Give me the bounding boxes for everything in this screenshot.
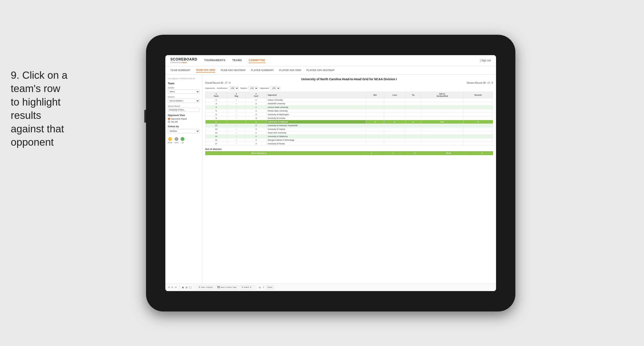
overall-record: Overall Record: 89 - 17 - 0 [205,82,231,84]
logo-sub: Powered by clippd [170,61,198,63]
nav-items: TOURNAMENTS TEAMS COMMITTEE [204,58,480,63]
tablet-side-button [144,110,146,123]
table-row[interactable]: 3-2Vanderbilt University [205,102,493,105]
cell-rounds [464,105,493,109]
cell-tie [405,131,421,134]
cell-rounds [464,134,493,138]
cell-diff [421,98,464,102]
table-row[interactable]: 17-3University of Florida [205,142,493,145]
top-100-radio[interactable] [168,121,170,123]
cell-opponent: University of Arkansas, Fayetteville [266,124,366,127]
top-100-option[interactable]: Top 100 [168,121,200,123]
cell-rounds [464,113,493,116]
table-row[interactable]: 2-1Auburn University [205,98,493,102]
undo-icon[interactable]: ↺ [168,286,170,289]
conference-filter-select[interactable]: (All) [229,86,239,90]
table-icon[interactable]: ▤ [186,286,188,289]
cell-rounds [464,109,493,113]
opponents-played-radio[interactable] [168,118,170,120]
colour-by-select[interactable]: Win/loss [168,129,200,133]
sub-nav-player-summary[interactable]: PLAYER SUMMARY [251,68,274,72]
division-select[interactable]: NCAA Division I [168,99,200,103]
table-row[interactable]: 14-1Texas Tech University [205,131,493,134]
sub-nav-team-h2h-heatmap[interactable]: TEAM H2H HEATMAP [220,68,246,72]
clock-icon[interactable]: ◯ [189,286,192,289]
cell-opponent: University of Arizona [266,116,366,120]
colour-by-title: Colour by [168,125,200,128]
cell-conf: 5 [246,120,266,124]
cell-win [366,134,384,138]
col-loss: Loss [384,92,406,98]
opponent-filter-select[interactable]: (All) [270,86,280,90]
reset-icon[interactable]: ↺ [175,286,176,289]
table-row[interactable]: 6-2Florida State University [205,109,493,113]
opponents-played-option[interactable]: Opponents Played [168,118,200,120]
cell-win [366,124,384,127]
logo-area: SCOREBOARD Powered by clippd [170,58,198,63]
out-of-division-row[interactable]: NCAA Division II 1 0 0 26.00 3 [205,151,493,155]
print-icon[interactable]: 🖨 [258,286,261,289]
cell-tie [405,127,421,131]
cell-reg: - [227,113,246,116]
table-row[interactable]: 13-3University of Virginia [205,127,493,131]
team-section-title: Team [168,82,200,85]
cell-conf: 4 [246,138,266,142]
cell-loss: 0 [384,120,406,124]
ood-loss: 0 [382,151,404,155]
cell-opponent: Auburn University [266,98,366,102]
redo-icon[interactable]: ↻ [171,286,173,289]
cell-win: 3 [366,120,384,124]
table-row[interactable]: 16-4Georgia Institute of Technology [205,138,493,142]
opponent-filter-group: Opponent (All) [260,86,280,90]
gender-select[interactable]: Men's [168,89,200,94]
watch-button[interactable]: 👁 Watch ▼ [240,285,253,289]
cell-opponent: Vanderbilt University [266,102,366,105]
sub-nav-player-h2h-grid[interactable]: PLAYER H2H GRID [279,68,301,72]
sub-nav: TEAM SUMMARY TEAM H2H GRID TEAM H2H HEAT… [165,66,496,74]
view-original-button[interactable]: 👁 View: Original [197,285,214,289]
cell-conf: 1 [246,131,266,134]
cell-rank: 13 [205,127,227,131]
cell-loss [384,131,406,134]
cell-loss [384,124,406,127]
legend-level-dot [174,137,178,141]
table-row[interactable]: 15-2University of Oklahoma [205,134,493,138]
region-filter-select[interactable]: (All) [248,86,258,90]
cell-conf: 2 [246,134,266,138]
sub-nav-player-h2h-heatmap[interactable]: PLAYER H2H HEATMAP [306,68,334,72]
cell-loss [384,127,406,131]
opponent-filter-title: Opponent [260,87,269,89]
nav-teams[interactable]: TEAMS [232,58,242,63]
table-row[interactable]: 4-1Arizona State University [205,105,493,109]
grid-records: Overall Record: 89 - 17 - 0 Division Rec… [205,82,493,84]
cell-tie [405,134,421,138]
cell-diff [421,113,464,116]
col-diff: Diff AvStrokes/Rnd [421,92,464,98]
region-filter-group: Region (All) [240,86,258,90]
cell-conf: 3 [246,116,266,120]
table-row[interactable]: 12-6University of Arkansas, Fayetteville [205,124,493,127]
sign-out-button[interactable]: | Sign out [480,59,491,62]
sub-nav-team-summary[interactable]: TEAM SUMMARY [170,68,191,72]
table-row[interactable]: 11-5University of Alabama3002.618 [205,120,493,124]
toolbar-sep-3 [256,285,256,289]
cell-diff [421,109,464,113]
nav-tournaments[interactable]: TOURNAMENTS [204,58,226,63]
ood-rank [205,151,220,155]
cell-diff [421,134,464,138]
grid-panel: University of North Carolina Head-to-Hea… [202,74,496,283]
cell-tie: 0 [405,120,421,124]
school-input[interactable]: University of Nort... [168,108,200,112]
table-row[interactable]: 8-2University of Washington [205,113,493,116]
save-custom-view-button[interactable]: 💾 Save Custom View [216,285,238,289]
cell-win [366,105,384,109]
download-icon[interactable]: ⇩ [262,286,264,289]
cell-win [366,142,384,145]
nav-committee[interactable]: COMMITTEE [249,58,265,63]
col-conf: #Conf [246,92,266,98]
table-row[interactable]: 9-3University of Arizona [205,116,493,120]
share-button[interactable]: Share [266,285,274,289]
grid-icon[interactable]: ▣ [182,286,184,289]
logo-brand: clippd [181,61,187,63]
sub-nav-team-h2h-grid[interactable]: TEAM H2H GRID [196,68,216,72]
